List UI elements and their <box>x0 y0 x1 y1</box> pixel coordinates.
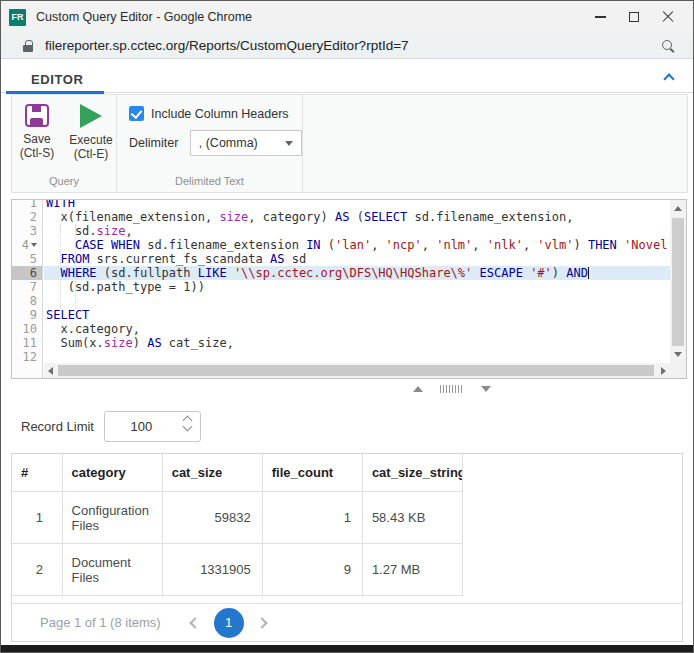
editor-code-pane[interactable]: WITH x(filename_extension, size, categor… <box>44 200 670 363</box>
line-number: 2 <box>12 210 42 224</box>
code-line[interactable]: CASE WHEN sd.filename_extension IN ('lan… <box>44 238 670 252</box>
code-line[interactable]: (sd.path_type = 1)) <box>44 280 670 294</box>
record-limit-label: Record Limit <box>21 419 94 434</box>
splitter-grip-icon[interactable] <box>440 385 464 393</box>
ribbon-spacer <box>303 95 687 192</box>
column-header[interactable]: # <box>12 454 62 492</box>
scroll-down-icon[interactable] <box>674 352 682 357</box>
table-cell: 1 <box>12 492 62 544</box>
execute-icon <box>80 104 102 128</box>
execute-shortcut: (Ctl-E) <box>74 147 109 161</box>
record-limit-spinbox <box>104 411 201 442</box>
editor-splitter <box>413 385 491 393</box>
collapse-panel-button[interactable] <box>663 73 675 83</box>
code-line[interactable] <box>44 350 670 363</box>
minimize-button[interactable] <box>583 3 617 31</box>
line-number: 5 <box>12 252 42 266</box>
pager: Page 1 of 1 (8 items) 1 <box>12 603 682 641</box>
line-number: 1 <box>12 200 42 210</box>
delimiter-select[interactable]: , (Comma) <box>190 130 302 156</box>
save-label: Save <box>23 132 50 146</box>
include-column-headers-label[interactable]: Include Column Headers <box>151 107 289 121</box>
column-header[interactable]: cat_size <box>162 454 262 492</box>
close-button[interactable] <box>651 3 685 31</box>
code-line[interactable]: Sum(x.size) AS cat_size, <box>44 336 670 350</box>
app-icon: FR <box>9 9 26 26</box>
results-body: 1Configuration Files59832158.43 KB2Docum… <box>12 492 463 596</box>
code-line[interactable]: FROM srs.current_fs_scandata AS sd <box>44 252 670 266</box>
results-grid: #categorycat_sizefile_countcat_size_stri… <box>11 453 683 642</box>
text-caret <box>588 267 589 279</box>
maximize-button[interactable] <box>617 3 651 31</box>
execute-label: Execute <box>69 133 112 147</box>
tab-editor[interactable]: EDITOR <box>31 72 83 87</box>
horizontal-scrollbar-thumb[interactable] <box>58 365 654 376</box>
browser-window: FR Custom Query Editor - Google Chrome f… <box>0 0 694 653</box>
table-row[interactable]: 1Configuration Files59832158.43 KB <box>12 492 463 544</box>
splitter-collapse-up-icon[interactable] <box>413 386 423 392</box>
pager-summary: Page 1 of 1 (8 items) <box>40 615 161 630</box>
dropdown-arrow-icon <box>285 141 293 146</box>
chevron-up-icon <box>663 73 674 84</box>
maximize-icon <box>629 12 639 22</box>
delimiter-value: , (Comma) <box>199 136 285 150</box>
table-cell: Document Files <box>62 544 162 596</box>
spinner-down-icon[interactable] <box>183 422 193 432</box>
line-number: 3 <box>12 224 42 238</box>
page-number-button[interactable]: 1 <box>214 608 244 638</box>
table-cell: Configuration Files <box>62 492 162 544</box>
line-number: 8 <box>12 294 42 308</box>
line-number: 6 <box>12 266 42 280</box>
lock-icon[interactable] <box>23 40 33 52</box>
tab-bar: EDITOR <box>1 59 693 93</box>
sql-editor[interactable]: 123456789101112 WITH x(filename_extensio… <box>11 199 687 379</box>
include-column-headers-checkbox[interactable] <box>129 106 144 121</box>
zoom-icon[interactable] <box>661 39 675 53</box>
url-text[interactable]: filereporter.sp.cctec.org/Reports/Custom… <box>45 38 661 53</box>
next-page-button[interactable] <box>257 616 271 630</box>
code-line[interactable]: sd.size, <box>44 224 670 238</box>
delimited-text-group: Include Column Headers Delimiter , (Comm… <box>117 95 303 192</box>
editor-vertical-scrollbar[interactable] <box>670 200 686 363</box>
results-header-row: #categorycat_sizefile_countcat_size_stri… <box>12 454 463 492</box>
line-number: 4 <box>12 238 42 252</box>
close-icon <box>662 11 674 23</box>
window-title: Custom Query Editor - Google Chrome <box>36 10 583 24</box>
query-group: Save (Ctl-S) Execute (Ctl-E) Query <box>12 95 117 192</box>
scroll-left-icon[interactable] <box>48 367 53 375</box>
vertical-scrollbar-thumb[interactable] <box>672 218 684 346</box>
editor-code-lines: WITH x(filename_extension, size, categor… <box>44 200 670 363</box>
table-cell: 1.27 MB <box>362 544 462 596</box>
code-line[interactable]: x(filename_extension, size, category) AS… <box>44 210 670 224</box>
line-number: 9 <box>12 308 42 322</box>
code-line[interactable]: SELECT <box>44 308 670 322</box>
editor-gutter: 123456789101112 <box>12 200 42 364</box>
table-cell: 1 <box>262 492 362 544</box>
code-line[interactable] <box>44 294 670 308</box>
fold-marker-icon[interactable] <box>31 243 37 247</box>
column-header[interactable]: category <box>62 454 162 492</box>
previous-page-button[interactable] <box>187 616 201 630</box>
window-bottom-edge <box>1 645 693 652</box>
record-limit-row: Record Limit <box>21 411 201 442</box>
line-number: 7 <box>12 280 42 294</box>
editor-horizontal-scrollbar[interactable] <box>44 363 670 378</box>
minimize-icon <box>595 16 606 18</box>
delimiter-label: Delimiter <box>129 136 181 150</box>
splitter-collapse-down-icon[interactable] <box>481 386 491 392</box>
code-line[interactable]: WITH <box>44 200 670 210</box>
line-number: 11 <box>12 336 42 350</box>
table-row[interactable]: 2Document Files133190591.27 MB <box>12 544 463 596</box>
chevron-right-icon <box>256 617 267 628</box>
table-cell: 58.43 KB <box>362 492 462 544</box>
ribbon-toolbar: Save (Ctl-S) Execute (Ctl-E) Query Inclu… <box>11 94 688 193</box>
table-cell: 2 <box>12 544 62 596</box>
code-line[interactable]: WHERE (sd.fullpath LIKE '\\sp.cctec.org\… <box>44 266 670 280</box>
scroll-up-icon[interactable] <box>674 206 682 211</box>
column-header[interactable]: file_count <box>262 454 362 492</box>
title-bar: FR Custom Query Editor - Google Chrome <box>1 1 693 33</box>
code-line[interactable]: x.category, <box>44 322 670 336</box>
line-number: 10 <box>12 322 42 336</box>
column-header[interactable]: cat_size_string <box>362 454 462 492</box>
scroll-right-icon[interactable] <box>661 367 666 375</box>
